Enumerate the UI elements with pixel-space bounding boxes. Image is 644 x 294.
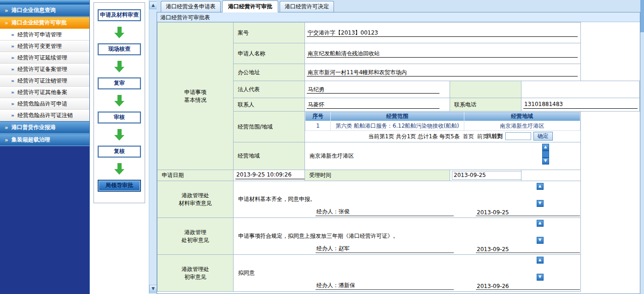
double-arrow-icon: » (5, 20, 8, 26)
region-value[interactable]: 南京港新生圩港区 (307, 151, 579, 161)
sidebar-item-license-apply-mgmt[interactable]: » 经营许可申请管理 (0, 29, 89, 41)
scroll-down-icon[interactable]: ▼ (542, 158, 549, 165)
tab-business-application-form[interactable]: 港口经营业务申请表 (161, 1, 221, 12)
sidebar-item-license-other-record[interactable]: » 经营许可证其他备案 (0, 87, 89, 98)
accept-time-value[interactable]: 2013-09-25 (452, 171, 521, 180)
main-panel: 港口经营业务申请表 港口经营许可审批 港口经营许可决定 港口经营许可审批表 申请… (157, 0, 640, 294)
scroll-up-icon[interactable]: ▲ (537, 220, 544, 227)
sidebar-item-dangerous-goods-apply[interactable]: » 经营危险品许可申请 (0, 98, 89, 110)
sidebar-item-license-change-mgmt[interactable]: » 经营许可变更管理 (0, 41, 89, 52)
scope-scope-value: 第六类 船舶港口服务：6.12船舶污染物接收(船舶) (331, 121, 464, 131)
office-address-label: 办公地址 (234, 64, 305, 81)
sidebar-group-label: 港口企业经营许可审批 (12, 19, 67, 27)
applicant-value[interactable]: 南京纪发船舶清仓残油回收站 (307, 50, 578, 58)
double-arrow-icon: » (11, 112, 14, 118)
opinion-text[interactable]: 申请事项符合规定，拟同意上报发放三年期《港口经营许可证》。 (235, 231, 579, 241)
sidebar-item-license-cancel-mgmt[interactable]: » 经营许可证注销管理 (0, 75, 89, 87)
sidebar-item-cargo-operation-report[interactable]: » 港口普货作业报港 (0, 121, 89, 134)
region-label: 经营地域 (234, 142, 305, 170)
sidebar: » 港口企业信息查询 » 港口企业经营许可审批 » 经营许可申请管理 » 经营许… (0, 0, 90, 294)
case-no-value[interactable]: 宁交港许字【2013】00123 (307, 29, 578, 37)
empty-value-cell (521, 81, 640, 98)
double-arrow-icon: » (11, 32, 14, 38)
scroll-up-icon[interactable]: ▲ (149, 1, 157, 9)
contact-value[interactable]: 马菱怀 (307, 101, 439, 109)
scope-col-region: 经营地域 (464, 112, 580, 121)
handler-name: 经办人：赵军 (316, 245, 454, 253)
scroll-up-icon[interactable]: ▲ (537, 257, 544, 264)
sidebar-item-container-overload[interactable]: » 集装箱超载治理 (0, 134, 89, 146)
first-review-opinion-row: 港政管理 处初审意见 申请事项符合规定，拟同意上报发放三年期《港口经营许可证》。… (158, 218, 640, 255)
apply-date-cell: 2013-9-25 10:09:26 (234, 170, 305, 181)
scope-cell: 序号 经营范围 经营地域 1 第六类 船舶港口服务：6.12船舶污染物接收(船舶… (305, 112, 581, 142)
tab-license-decision[interactable]: 港口经营许可决定 (280, 1, 334, 12)
material-review-opinion-row: 港政管理处 材料审查意见 申请材料基本齐全，同意申报。 经办人：张俊 2013-… (158, 181, 640, 218)
scope-data-row[interactable]: 1 第六类 船舶港口服务：6.12船舶污染物接收(船舶) 南京港新生圩港区 (305, 121, 580, 131)
sidebar-item-license-record-mgmt[interactable]: » 经营许可证备案管理 (0, 64, 89, 75)
scope-col-scope: 经营范围 (331, 112, 464, 121)
accept-time-label: 受理时间 (305, 170, 450, 181)
top-banner (0, 0, 89, 4)
empty-value-cell (521, 170, 581, 181)
scroll-up-icon[interactable]: ▲ (537, 183, 544, 190)
sidebar-sub-label: 经营许可证备案管理 (18, 65, 67, 73)
sidebar-sub-label: 经营许可证延续管理 (18, 54, 67, 62)
handler-name: 经办人：潘新保 (316, 282, 454, 290)
pagination-bar: 当前第1页 共分1页 总计1条 每页5条 首页 前页 后页 尾页 跳转到 确定 (305, 131, 580, 142)
legal-rep-label: 法人代表 (234, 81, 305, 98)
workflow-step-audit[interactable]: 审核 (98, 112, 141, 123)
opinion-text[interactable]: 申请材料基本齐全，同意申报。 (235, 194, 579, 204)
sidebar-item-dangerous-goods-cancel[interactable]: » 经营危险品许可证注销 (0, 110, 89, 121)
page-scrollbar[interactable] (640, 0, 644, 294)
opinion-text[interactable]: 拟同意 (235, 268, 579, 278)
applicant-label: 申请人名称 (234, 43, 305, 64)
content-area: 港口经营许可审批表 申请事项 基本情况 案号 宁交港许字【2013】00123 … (157, 12, 640, 294)
opinion-scrollbar: ▲ ▼ (537, 220, 544, 244)
contact-label: 联系人 (234, 98, 305, 112)
jump-confirm-button[interactable]: 确定 (533, 132, 553, 141)
case-no-cell: 宁交港许字【2013】00123 (305, 23, 581, 43)
second-review-opinion-cell: 拟同意 经办人：潘新保 2013-09-26 ▲ ▼ (234, 255, 581, 292)
region-scrollbar: ▲ ▼ (542, 144, 549, 165)
date-row: 申请日期 2013-9-25 10:09:26 受理时间 2013-09-25 (158, 170, 640, 181)
jump-to-label: 跳转到 (486, 132, 503, 140)
jump-page-input[interactable] (505, 132, 531, 140)
scrollbar-thumb[interactable] (542, 151, 549, 158)
sidebar-filler (0, 146, 89, 294)
first-page-link[interactable]: 首页 (463, 133, 474, 141)
double-arrow-icon: » (11, 43, 14, 49)
scroll-down-icon[interactable]: ▼ (537, 274, 544, 281)
office-address-cell: 南京市新河一村11号4幢郑和农贸市场内 (305, 64, 581, 81)
scroll-down-icon[interactable]: ▼ (537, 200, 544, 207)
office-address-value[interactable]: 南京市新河一村11号4幢郑和农贸市场内 (307, 69, 578, 76)
first-review-opinion-label: 港政管理 处初审意见 (158, 218, 234, 255)
opinion-footer: 经办人：赵军 2013-09-25 (234, 245, 580, 253)
phone-value[interactable]: 13101881483 (523, 101, 638, 109)
scope-seq-value: 1 (305, 121, 331, 131)
legal-rep-value[interactable]: 马纪勇 (307, 86, 439, 94)
workflow-step-leader-approval[interactable]: 局领导审批 (98, 180, 141, 192)
workflow-step-site-check[interactable]: 现场核查 (98, 43, 141, 55)
workflow-step-review[interactable]: 复核 (98, 146, 141, 158)
form-title: 港口经营许可审批表 (157, 12, 640, 22)
apply-date-label: 申请日期 (158, 170, 234, 181)
scope-col-seq: 序号 (305, 112, 331, 121)
workflow-step-application-review[interactable]: 申请及材料审查 (98, 9, 141, 21)
sidebar-item-license-approval[interactable]: » 港口企业经营许可审批 (0, 17, 89, 29)
scrollbar-thumb[interactable] (640, 0, 644, 32)
workflow-step-recheck[interactable]: 复审 (98, 77, 141, 89)
second-review-opinion-row: 港政管理处 初审意见 拟同意 经办人：潘新保 2013-09-26 ▲ ▼ (158, 255, 640, 292)
sidebar-item-license-renewal-mgmt[interactable]: » 经营许可证延续管理 (0, 52, 89, 64)
scroll-up-icon[interactable]: ▲ (542, 144, 549, 151)
sidebar-item-enterprise-info-query[interactable]: » 港口企业信息查询 (0, 4, 89, 17)
sidebar-sub-label: 经营许可证其他备案 (18, 88, 67, 96)
scope-region-value: 南京港新生圩港区 (464, 121, 580, 131)
material-review-opinion-cell: 申请材料基本齐全，同意申报。 经办人：张俊 2013-09-25 ▲ ▼ (234, 181, 581, 218)
jump-to-group: 跳转到 确定 (486, 132, 553, 141)
tab-license-approval[interactable]: 港口经营许可审批 (222, 0, 278, 12)
apply-date-value[interactable]: 2013-9-25 10:09:26 (235, 171, 304, 179)
scroll-down-icon[interactable]: ▼ (149, 285, 157, 293)
content-scrollbar[interactable]: ▲ ▼ (149, 0, 157, 294)
scroll-down-icon[interactable]: ▼ (537, 237, 544, 244)
sidebar-group-label: 集装箱超载治理 (12, 136, 50, 144)
